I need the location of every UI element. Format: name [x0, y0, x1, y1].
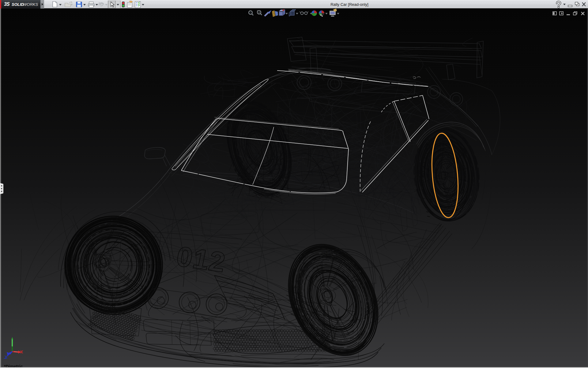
- svg-text:WORKS: WORKS: [23, 2, 38, 7]
- svg-text:3S: 3S: [4, 2, 10, 7]
- svg-text:SOLID: SOLID: [12, 2, 24, 7]
